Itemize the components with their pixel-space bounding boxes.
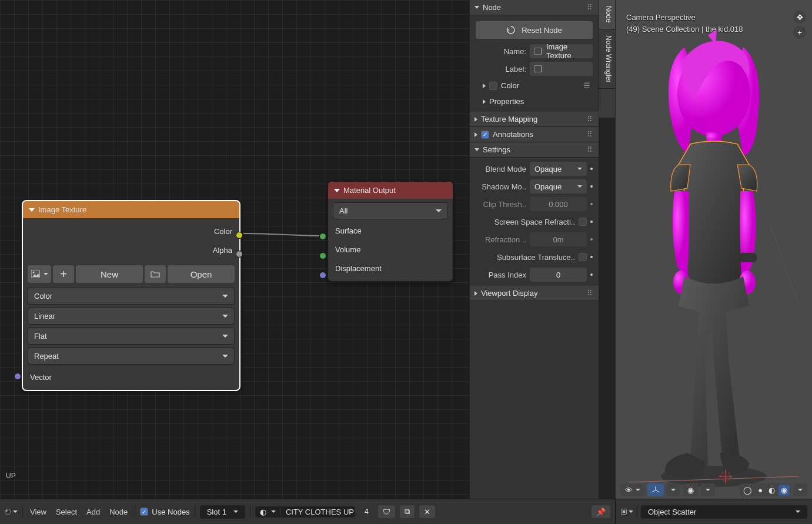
move-view-button[interactable]: ✥ [793,11,806,24]
node-editor-area[interactable]: UP Image Texture Color Alpha [0,0,469,499]
socket-input-volume[interactable] [319,252,326,259]
open-image-button[interactable]: Open [168,265,235,283]
backdrop-label: UP [6,472,16,480]
panel-header-settings[interactable]: Settings⠿ [470,142,599,158]
svg-rect-2 [534,48,542,55]
output-target-dropdown[interactable]: All [333,202,448,219]
overlay-toggle[interactable]: ◉ [683,483,699,496]
extension-dropdown[interactable]: Repeat [28,348,235,365]
pin-button[interactable]: 📌 [592,505,610,518]
image-browse-button[interactable] [28,265,51,283]
menu-add[interactable]: Add [84,508,102,516]
eye-icon: 👁 [625,486,633,495]
fake-user-button[interactable]: 🛡 [378,505,395,518]
node-header-material-output[interactable]: Material Output [328,182,453,199]
output-socket-alpha-row: Alpha [28,241,235,259]
annotations-checkbox[interactable]: ✓ [481,131,489,139]
input-socket-vector-row: Vector [28,368,235,386]
active-tool-dropdown[interactable]: Object Scatter [641,505,807,519]
menu-view[interactable]: View [28,508,49,516]
socket-input-surface[interactable] [319,233,326,240]
socket-input-vector[interactable] [14,373,21,380]
use-color-row[interactable]: Color ☰ [476,79,593,92]
svg-point-16 [6,510,8,512]
collapse-icon[interactable] [29,208,35,212]
svg-rect-18 [623,510,626,513]
new-image-button[interactable]: New [76,265,143,283]
node-label-field[interactable] [530,62,593,76]
node-image-texture[interactable]: Image Texture Color Alpha + New [22,201,240,391]
drag-grip-icon[interactable]: ⠿ [587,145,594,154]
viewport-3d[interactable]: Camera Perspective (49) Scene Collection… [616,0,812,499]
sidebar-n-panel[interactable]: Node⠿ Reset Node Name: Image Texture Lab… [469,0,599,499]
node-properties-row[interactable]: Properties [476,95,593,108]
panel-header-texture-mapping[interactable]: Texture Mapping⠿ [470,112,599,127]
gizmo-dropdown[interactable] [666,483,680,496]
unlink-material-button[interactable]: ✕ [419,505,435,518]
svg-point-15 [5,509,11,514]
tab-node[interactable]: Node [599,0,615,29]
output-socket-color-row: Color [28,222,235,241]
material-users-count[interactable]: 4 [360,506,373,517]
shading-matpreview[interactable]: ◐ [766,485,777,496]
viewport-character-preview [629,29,799,494]
clip-threshold-field[interactable]: 0.000 [530,197,587,211]
material-selector[interactable]: ◐ CITY CLOTHES UP [255,506,355,518]
shield-icon: 🛡 [383,508,390,516]
refraction-depth-field[interactable]: 0m [530,232,587,246]
collapse-icon[interactable] [334,189,340,192]
material-sphere-icon: ◐ [260,508,266,516]
shadow-mode-dropdown[interactable]: Opaque [530,179,587,193]
socket-output-color[interactable] [236,232,243,239]
drag-grip-icon[interactable]: ⠿ [587,289,594,298]
drag-grip-icon[interactable]: ⠿ [587,115,594,124]
panel-header-viewport-display[interactable]: Viewport Display⠿ [470,286,599,301]
menu-select[interactable]: Select [54,508,79,516]
node-title: Image Texture [38,205,86,214]
reset-node-button[interactable]: Reset Node [476,21,593,39]
gizmo-toggle[interactable] [647,483,664,496]
duplicate-icon: ⧉ [405,507,410,516]
node-name-field[interactable]: Image Texture [530,44,593,58]
overlays-dropdown[interactable]: 👁 [620,483,645,496]
tab-node-wrangler[interactable]: Node Wrangler [599,29,615,89]
colorspace-dropdown[interactable]: Color [28,288,235,305]
new-image-plus-button[interactable]: + [53,265,74,283]
drag-grip-icon[interactable]: ⠿ [587,130,594,139]
shading-rendered[interactable]: ◉ [778,485,790,496]
list-icon[interactable]: ☰ [583,81,590,90]
axes-icon [652,486,659,493]
panel-header-node[interactable]: Node⠿ [470,0,599,15]
subsurface-translucency-checkbox[interactable] [579,253,587,261]
screen-space-refraction-checkbox[interactable] [579,218,587,226]
editor-type-button[interactable] [5,505,18,518]
interpolation-dropdown[interactable]: Linear [28,308,235,325]
shading-wireframe[interactable]: ◯ [741,485,754,496]
projection-dropdown[interactable]: Flat [28,328,235,345]
overlay-dropdown[interactable] [701,483,715,496]
shading-solid[interactable]: ● [756,485,765,496]
menu-node[interactable]: Node [107,508,130,516]
image-icon [31,270,42,278]
pass-index-field[interactable]: 0 [530,268,587,282]
shading-dropdown[interactable] [793,483,807,496]
overlap-circles-icon: ◉ [687,486,694,495]
use-nodes-toggle[interactable]: ✓Use Nodes [140,508,189,516]
blend-mode-dropdown[interactable]: Opaque [530,162,587,176]
open-folder-button[interactable] [145,265,166,283]
shader-editor-icon [5,507,12,516]
material-slot-dropdown[interactable]: Slot 1 [200,505,245,519]
viewport-header-bar: 👁 ◉ ◯ ● ◐ ◉ [616,481,812,499]
svg-rect-3 [534,65,542,72]
node-header-image-texture[interactable]: Image Texture [23,201,239,218]
folder-icon [151,270,160,278]
drag-grip-icon[interactable]: ⠿ [587,3,594,12]
editor-type-3dview[interactable] [620,505,633,518]
pin-icon: 📌 [596,508,606,516]
node-material-output[interactable]: Material Output All Surface Volume Displ… [328,181,453,282]
socket-input-displacement[interactable] [319,272,326,279]
image-buttons-row: + New Open [28,265,235,283]
panel-header-annotations[interactable]: ✓Annotations⠿ [470,127,599,142]
new-material-duplicate-button[interactable]: ⧉ [400,505,415,518]
socket-output-alpha[interactable] [236,251,243,258]
